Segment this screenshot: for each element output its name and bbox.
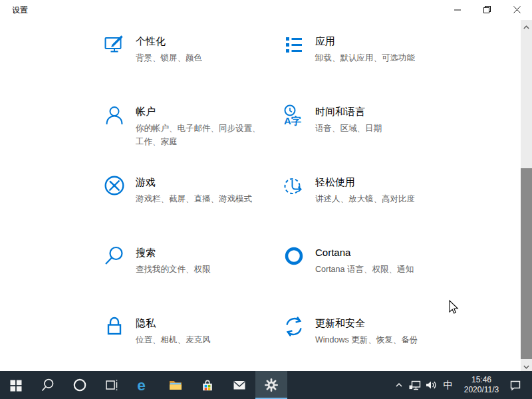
taskbar-search-icon (40, 377, 56, 393)
settings-category-accounts[interactable]: 帐户 你的帐户、电子邮件、同步设置、工作、家庭 (103, 104, 283, 174)
vertical-scrollbar[interactable] (521, 20, 532, 371)
category-title: 更新和安全 (315, 317, 418, 330)
restore-button[interactable] (472, 0, 502, 20)
accounts-icon (103, 104, 126, 126)
title-bar: 设置 (0, 0, 532, 20)
category-subtitle: 卸载、默认应用、可选功能 (315, 51, 415, 65)
category-subtitle: 查找我的文件、权限 (136, 263, 211, 276)
settings-category-search[interactable]: 搜索 查找我的文件、权限 (103, 245, 283, 315)
apps-icon (283, 33, 305, 56)
store-icon (200, 377, 215, 393)
taskbar-button-settings-gear[interactable] (255, 371, 287, 399)
settings-category-personalization[interactable]: 个性化 背景、锁屏、颜色 (103, 33, 283, 104)
category-subtitle: 位置、相机、麦克风 (136, 333, 211, 346)
clock[interactable]: 15:46 2020/11/3 (458, 375, 505, 395)
close-button[interactable] (502, 0, 532, 20)
close-icon (513, 5, 521, 15)
category-title: 轻松使用 (315, 176, 415, 189)
category-title: Cortana (315, 246, 414, 259)
taskbar-button-store[interactable] (192, 371, 223, 399)
taskbar-buttons: e (0, 371, 287, 399)
search-icon (103, 245, 126, 267)
clock-date: 2020/11/3 (460, 385, 503, 395)
category-title: 搜索 (136, 246, 211, 259)
category-subtitle: Windows 更新、恢复、备份 (315, 333, 418, 346)
settings-category-grid: 个性化 背景、锁屏、颜色 应用 卸载、默认应用、可选功能 帐户 你的帐户、电子邮… (103, 33, 462, 386)
category-title: 帐户 (136, 105, 266, 118)
category-subtitle: 讲述人、放大镜、高对比度 (315, 192, 415, 205)
edge-icon: e (135, 376, 152, 394)
taskbar-button-edge[interactable]: e (128, 371, 160, 399)
update-security-icon (283, 315, 305, 338)
system-tray: 中 15:46 2020/11/3 (391, 371, 532, 399)
category-title: 个性化 (136, 35, 202, 48)
tray-chevron-up-icon[interactable] (391, 371, 407, 399)
settings-gear-icon (263, 377, 279, 393)
action-center-icon[interactable] (505, 371, 525, 399)
settings-category-time-language[interactable]: A字 时间和语言 语音、区域、日期 (283, 104, 462, 174)
svg-text:e: e (137, 376, 146, 394)
taskbar-button-cortana-taskbar[interactable] (64, 371, 96, 399)
cortana-taskbar-icon (72, 377, 88, 393)
minimize-icon (454, 5, 461, 15)
personalization-icon (103, 33, 126, 56)
settings-category-cortana[interactable]: Cortana Cortana 语言、权限、通知 (283, 245, 462, 315)
settings-category-ease-of-access[interactable]: 轻松使用 讲述人、放大镜、高对比度 (283, 174, 462, 245)
category-title: 游戏 (136, 176, 252, 189)
taskbar-button-start[interactable] (0, 371, 32, 399)
category-subtitle: 游戏栏、截屏、直播、游戏模式 (136, 192, 252, 205)
ime-indicator[interactable]: 中 (439, 379, 458, 392)
volume-icon[interactable] (423, 371, 439, 399)
taskbar-button-task-view[interactable] (96, 371, 128, 399)
time-language-icon: A字 (283, 104, 305, 126)
settings-category-apps[interactable]: 应用 卸载、默认应用、可选功能 (283, 33, 462, 104)
category-title: 应用 (315, 35, 415, 48)
category-title: 隐私 (136, 317, 211, 330)
window-title: 设置 (12, 5, 28, 16)
category-subtitle: 背景、锁屏、颜色 (136, 51, 202, 65)
scrollbar-thumb[interactable] (521, 168, 532, 359)
scroll-down-button[interactable] (521, 360, 532, 371)
settings-category-gaming[interactable]: 游戏 游戏栏、截屏、直播、游戏模式 (103, 174, 283, 245)
taskbar-button-mail[interactable] (223, 371, 255, 399)
cortana-icon (283, 245, 305, 267)
start-icon (8, 377, 24, 393)
minimize-button[interactable] (442, 0, 472, 20)
restore-down-icon (483, 5, 491, 15)
network-icon[interactable] (407, 371, 423, 399)
privacy-icon (103, 315, 126, 338)
taskbar-button-taskbar-search[interactable] (32, 371, 64, 399)
category-subtitle: 你的帐户、电子邮件、同步设置、工作、家庭 (136, 122, 266, 148)
svg-text:A字: A字 (284, 115, 301, 126)
file-explorer-icon (168, 377, 184, 393)
window-controls (442, 0, 532, 20)
task-view-icon (104, 377, 120, 393)
taskbar-button-file-explorer[interactable] (160, 371, 192, 399)
taskbar: e (0, 371, 532, 399)
chevron-down-icon (523, 360, 529, 372)
clock-time: 15:46 (460, 375, 503, 385)
mail-icon (231, 377, 247, 393)
scroll-up-button[interactable] (521, 20, 532, 31)
chevron-up-icon (523, 20, 529, 32)
category-subtitle: 语音、区域、日期 (315, 122, 382, 135)
ease-of-access-icon (283, 174, 305, 197)
category-title: 时间和语言 (315, 105, 382, 118)
gaming-icon (103, 174, 126, 197)
category-subtitle: Cortana 语言、权限、通知 (315, 263, 414, 276)
